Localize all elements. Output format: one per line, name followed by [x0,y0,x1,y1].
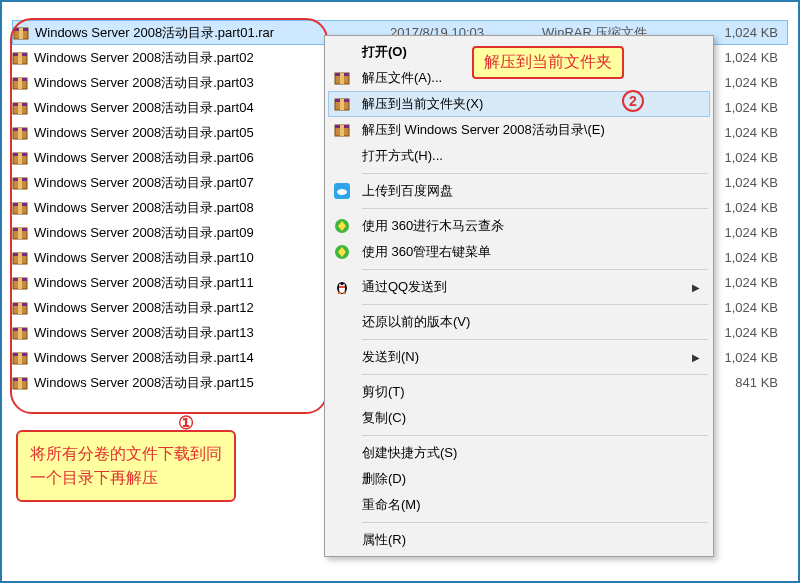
svg-rect-64 [339,286,345,288]
svg-rect-20 [18,178,22,189]
file-size: 1,024 KB [725,125,779,140]
svg-rect-17 [18,153,22,164]
menu-separator [362,374,708,375]
file-size: 1,024 KB [725,225,779,240]
menu-baidu-upload[interactable]: 上传到百度网盘 [328,178,710,204]
rar-icon [332,120,352,140]
menu-properties-label: 属性(R) [362,531,682,549]
svg-rect-62 [338,292,341,294]
submenu-arrow-icon: ▶ [692,282,700,293]
blank-icon [332,443,352,463]
menu-separator [362,269,708,270]
submenu-arrow-icon: ▶ [692,352,700,363]
menu-open-with[interactable]: 打开方式(H)... [328,143,710,169]
file-name: Windows Server 2008活动目录.part06 [34,149,254,167]
menu-extract-to-label: 解压到 Windows Server 2008活动目录\(E) [362,121,682,139]
file-name: Windows Server 2008活动目录.part01.rar [35,24,274,42]
rar-file-icon [12,225,28,241]
menu-cut[interactable]: 剪切(T) [328,379,710,405]
menu-delete-label: 删除(D) [362,470,682,488]
file-size: 1,024 KB [725,50,779,65]
svg-rect-44 [18,378,22,389]
file-size: 1,024 KB [725,350,779,365]
rar-file-icon [12,375,28,391]
file-size: 1,024 KB [725,300,779,315]
blank-icon [332,469,352,489]
360-shield-icon [332,242,352,262]
file-size: 1,024 KB [725,200,779,215]
menu-rename-label: 重命名(M) [362,496,682,514]
file-size: 841 KB [735,375,778,390]
menu-baidu-label: 上传到百度网盘 [362,182,682,200]
rar-file-icon [12,175,28,191]
rar-file-icon [12,50,28,66]
svg-rect-50 [340,99,344,110]
file-size: 1,024 KB [725,275,779,290]
rar-file-icon [12,250,28,266]
menu-delete[interactable]: 删除(D) [328,466,710,492]
blank-icon [332,42,352,62]
menu-open[interactable]: 打开(O) [328,39,710,65]
file-name: Windows Server 2008活动目录.part02 [34,49,254,67]
menu-360-scan[interactable]: 使用 360进行木马云查杀 [328,213,710,239]
menu-create-shortcut[interactable]: 创建快捷方式(S) [328,440,710,466]
svg-rect-11 [18,103,22,114]
menu-extract-here[interactable]: 解压到当前文件夹(X) [328,91,710,117]
file-name: Windows Server 2008活动目录.part09 [34,224,254,242]
menu-send-to[interactable]: 发送到(N) ▶ [328,344,710,370]
file-name: Windows Server 2008活动目录.part12 [34,299,254,317]
file-size: 1,024 KB [725,250,779,265]
rar-file-icon [12,300,28,316]
blank-icon [332,312,352,332]
rar-icon [332,68,352,88]
menu-restore-label: 还原以前的版本(V) [362,313,682,331]
file-size: 1,024 KB [725,100,779,115]
svg-rect-35 [18,303,22,314]
menu-restore-versions[interactable]: 还原以前的版本(V) [328,309,710,335]
menu-extract-files[interactable]: 解压文件(A)... [328,65,710,91]
blank-icon [332,382,352,402]
svg-rect-63 [343,292,346,294]
menu-extract-here-label: 解压到当前文件夹(X) [362,95,682,113]
menu-properties[interactable]: 属性(R) [328,527,710,553]
annotation-callout-download-all: 将所有分卷的文件下载到同一个目录下再解压 [16,430,236,502]
rar-icon [332,94,352,114]
svg-rect-53 [340,125,344,136]
rar-file-icon [12,75,28,91]
rar-file-icon [13,25,29,41]
menu-rename[interactable]: 重命名(M) [328,492,710,518]
file-size: 1,024 KB [725,25,779,40]
rar-file-icon [12,275,28,291]
file-size: 1,024 KB [725,175,779,190]
menu-separator [362,208,708,209]
menu-360-manage[interactable]: 使用 360管理右键菜单 [328,239,710,265]
rar-file-icon [12,325,28,341]
svg-rect-38 [18,328,22,339]
rar-file-icon [12,150,28,166]
blank-icon [332,408,352,428]
menu-separator [362,522,708,523]
menu-open-with-label: 打开方式(H)... [362,147,682,165]
menu-qq-send[interactable]: 通过QQ发送到 ▶ [328,274,710,300]
svg-point-60 [339,284,341,286]
menu-copy[interactable]: 复制(C) [328,405,710,431]
menu-extract-files-label: 解压文件(A)... [362,69,682,87]
qq-penguin-icon [332,277,352,297]
context-menu: 打开(O) 解压文件(A)... 解压到当前文件夹(X) 解压到 Windows… [324,35,714,557]
file-size: 1,024 KB [725,325,779,340]
menu-separator [362,304,708,305]
menu-shortcut-label: 创建快捷方式(S) [362,444,682,462]
blank-icon [332,146,352,166]
baidu-cloud-icon [332,181,352,201]
rar-file-icon [12,350,28,366]
svg-rect-32 [18,278,22,289]
rar-file-icon [12,125,28,141]
blank-icon [332,530,352,550]
menu-qq-label: 通过QQ发送到 [362,278,682,296]
blank-icon [332,495,352,515]
menu-extract-to[interactable]: 解压到 Windows Server 2008活动目录\(E) [328,117,710,143]
file-name: Windows Server 2008活动目录.part08 [34,199,254,217]
file-name: Windows Server 2008活动目录.part13 [34,324,254,342]
svg-rect-23 [18,203,22,214]
menu-separator [362,173,708,174]
